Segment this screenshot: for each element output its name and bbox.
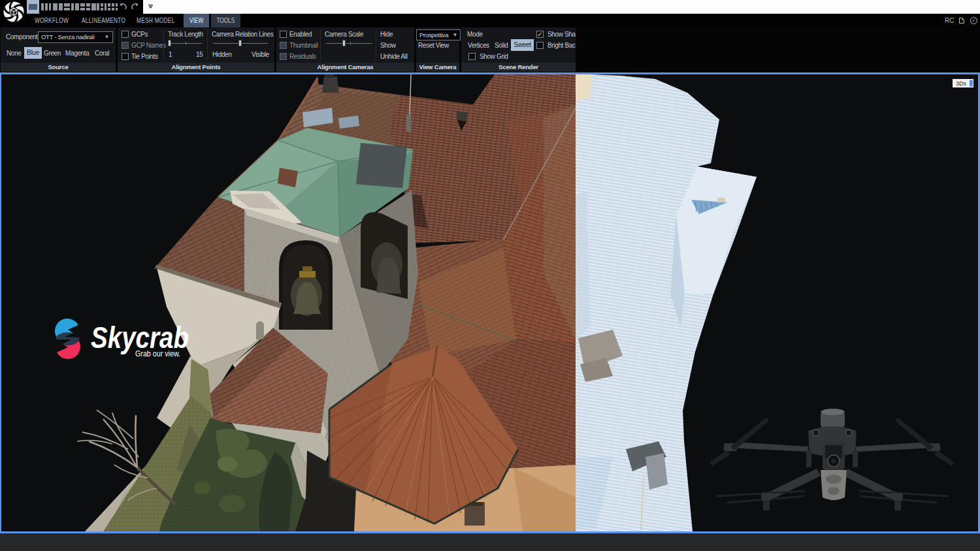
svg-text:3Ds: 3Ds xyxy=(956,80,967,87)
svg-text:Grab our view.: Grab our view. xyxy=(135,349,180,358)
